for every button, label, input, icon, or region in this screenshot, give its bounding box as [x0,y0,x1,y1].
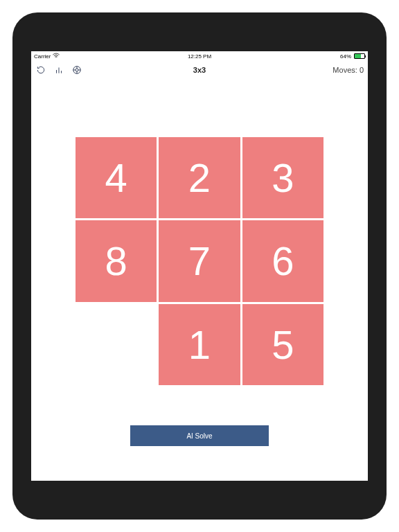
nav-bar: 3x3 Moves: 0 [31,61,368,79]
status-bar-right: 64% [340,53,365,60]
moves-counter: Moves: 0 [332,66,364,74]
status-bar: Carrier 12:25 PM 64% [31,51,368,61]
puzzle-tile[interactable]: 2 [159,137,240,218]
status-bar-left: Carrier [34,53,60,60]
carrier-label: Carrier [34,53,51,60]
battery-percent-label: 64% [340,53,351,60]
stats-icon[interactable] [53,64,64,76]
nav-left [35,64,82,76]
puzzle-tile[interactable]: 4 [76,137,157,218]
puzzle-tile[interactable]: 6 [242,220,323,301]
puzzle-tile[interactable]: 5 [242,304,323,385]
puzzle-tile [76,304,157,385]
ai-solve-button[interactable]: AI Solve [130,425,269,446]
wifi-icon [53,53,60,60]
puzzle-tile[interactable]: 7 [159,220,240,301]
puzzle-tile[interactable]: 3 [242,137,323,218]
clock-label: 12:25 PM [31,53,368,60]
device-frame: Carrier 12:25 PM 64% [12,12,387,520]
puzzle-tile[interactable]: 1 [159,304,240,385]
svg-point-0 [56,57,57,57]
moves-label: Moves: [332,66,360,74]
board-container: 4 2 3 8 7 6 1 5 [31,137,368,385]
svg-point-5 [76,69,78,71]
moves-value: 0 [360,66,364,74]
puzzle-board: 4 2 3 8 7 6 1 5 [76,137,323,385]
refresh-icon[interactable] [35,64,46,76]
device-screen: Carrier 12:25 PM 64% [31,51,368,481]
stage: Carrier 12:25 PM 64% [0,0,399,532]
help-icon[interactable] [71,64,82,76]
battery-icon [354,53,365,59]
puzzle-tile[interactable]: 8 [76,220,157,301]
